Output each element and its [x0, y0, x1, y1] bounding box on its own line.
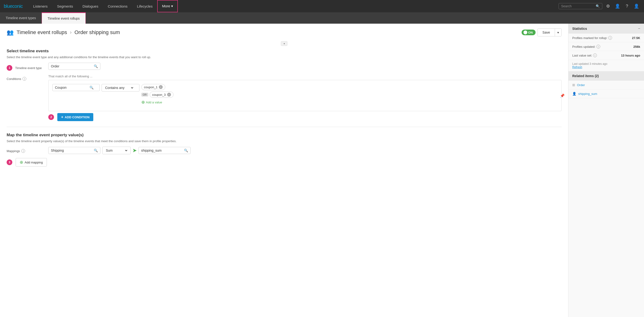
top-nav: blueconic Listeners Segments Dialogues C…	[0, 0, 644, 12]
nav-dialogues[interactable]: Dialogues	[78, 0, 103, 12]
profiles-updated-info-icon[interactable]: i	[596, 45, 600, 48]
statistics-title: Statistics	[572, 27, 587, 30]
condition-operator-dropdown[interactable]: Contains any Contains all Does not conta…	[104, 86, 134, 90]
user-icon[interactable]: 👤	[614, 2, 621, 10]
related-item-order[interactable]: ⊞ Order	[568, 81, 644, 89]
save-button[interactable]: Save	[538, 29, 555, 36]
breadcrumb[interactable]: Timeline event rollups	[16, 29, 67, 35]
condition-field-search-icon: 🔍	[90, 86, 94, 89]
add-value-button[interactable]: ⊕ Add a value	[141, 99, 162, 105]
profiles-rollup-label: Profiles marked for rollup: i	[572, 36, 612, 40]
add-condition-label: ADD CONDITION	[65, 115, 90, 119]
last-value-value: 13 hours ago	[621, 54, 640, 57]
condition-operator-select[interactable]: Contains any Contains all Does not conta…	[102, 84, 140, 91]
select-timeline-title: Select timeline events	[7, 49, 562, 53]
conditions-container: 🔍 Contains any Contains all Does not con…	[48, 80, 562, 111]
select-timeline-desc: Select the timeline event type and any a…	[7, 55, 562, 59]
add-condition-area: 2 + ADD CONDITION	[48, 113, 562, 121]
conditions-info-icon[interactable]: i	[22, 77, 26, 81]
shipping-field[interactable]	[51, 149, 92, 152]
nav-listeners[interactable]: Listeners	[28, 0, 52, 12]
page-icon: 👥	[7, 29, 14, 36]
related-order-link[interactable]: Order	[577, 83, 585, 87]
timeline-event-type-input[interactable]: 🔍	[48, 63, 100, 70]
pin-icon: 📌	[560, 93, 565, 98]
save-dropdown-button[interactable]: ▾	[555, 29, 561, 36]
refresh-button[interactable]: Refresh	[572, 65, 582, 69]
search-box[interactable]: 🔍	[558, 3, 602, 9]
step3-badge: 3	[7, 159, 12, 165]
add-mapping-area: 3 ⊕ Add mapping	[7, 158, 562, 167]
nav-lifecycles[interactable]: Lifecycles	[132, 0, 158, 12]
profiles-rollup-row: Profiles marked for rollup: i 27.5K	[568, 33, 644, 42]
select-timeline-section: Select timeline events Select the timeli…	[7, 49, 562, 71]
coupon3-remove-button[interactable]: ×	[167, 93, 171, 96]
related-shipping-link[interactable]: shipping_sum	[578, 92, 597, 96]
timeline-event-type-label: 1 Timeline event type	[7, 63, 44, 71]
search-icon: 🔍	[596, 4, 600, 8]
add-condition-button[interactable]: + ADD CONDITION	[57, 113, 93, 121]
type-search-icon: 🔍	[94, 64, 98, 68]
add-mapping-button[interactable]: ⊕ Add mapping	[16, 158, 47, 167]
mappings-label-text: Mappings	[7, 149, 20, 153]
profiles-updated-row: Profiles updated: i 256k	[568, 42, 644, 51]
sum-operator-select[interactable]: Sum Count Average Min Max	[102, 147, 131, 154]
collapse-button[interactable]: ▾	[281, 41, 288, 46]
condition-values-row1: coupon_1 ×	[141, 84, 558, 90]
conditions-label-text: Conditions	[7, 77, 21, 81]
shipping-sum-search-icon: 🔍	[184, 149, 188, 152]
settings-icon[interactable]: ⚙	[604, 2, 612, 10]
toggle-circle	[524, 30, 527, 34]
toggle-label: ON	[528, 31, 533, 34]
subnav-timeline-event-rollups[interactable]: Timeline event rollups	[42, 12, 86, 24]
related-shipping-icon: 👤	[572, 92, 576, 96]
or-badge: OR	[141, 93, 148, 96]
subnav-timeline-event-types[interactable]: Timeline event types	[0, 12, 42, 24]
profiles-updated-value: 256k	[633, 45, 640, 48]
last-value-info-icon[interactable]: i	[593, 53, 597, 57]
nav-links: Listeners Segments Dialogues Connections…	[28, 0, 558, 12]
last-updated-area: Last updated 3 minutes ago Refresh	[568, 60, 644, 71]
coupon1-remove-button[interactable]: ×	[159, 85, 163, 89]
profiles-updated-label-text: Profiles updated:	[572, 45, 596, 48]
condition-values: coupon_1 × OR coupon_3 ×	[141, 84, 558, 105]
logo-blue: blue	[4, 3, 12, 9]
type-label-text: Timeline event type	[15, 66, 42, 70]
header-right: ON Save ▾	[522, 28, 562, 36]
condition-field-input[interactable]: 🔍	[52, 84, 100, 91]
nav-more[interactable]: More ▾	[157, 0, 178, 12]
condition-field[interactable]	[55, 86, 88, 89]
logo-conic: conic	[12, 3, 23, 9]
account-icon[interactable]: 👤	[633, 2, 640, 10]
add-condition-plus-icon: +	[61, 115, 63, 119]
step1-badge: 1	[7, 65, 12, 71]
add-value-icon: ⊕	[141, 100, 145, 104]
last-updated-text: Last updated 3 minutes ago	[572, 62, 607, 65]
help-icon[interactable]: ?	[623, 2, 631, 10]
shipping-search-icon: 🔍	[94, 149, 98, 152]
statistics-minimize-button[interactable]: −	[638, 26, 640, 31]
map-section-title: Map the timeline event property value(s)	[7, 133, 562, 137]
content-area: 👥 Timeline event rollups › Order shippin…	[0, 24, 568, 317]
condition-row: 🔍 Contains any Contains all Does not con…	[52, 84, 558, 105]
section-divider	[7, 127, 562, 127]
related-item-shipping-sum[interactable]: 👤 shipping_sum	[568, 89, 644, 98]
step2-badge: 2	[48, 114, 54, 120]
related-order-icon: ⊞	[572, 83, 575, 87]
shipping-sum-input[interactable]: 🔍	[138, 147, 190, 154]
timeline-event-type-row: 1 Timeline event type 🔍	[7, 63, 562, 71]
logo: blueconic	[4, 3, 23, 9]
profiles-rollup-info-icon[interactable]: i	[608, 36, 612, 40]
sum-dropdown[interactable]: Sum Count Average Min Max	[105, 148, 128, 153]
sub-nav: Timeline event types Timeline event roll…	[0, 12, 644, 24]
timeline-event-type-field[interactable]	[51, 64, 92, 68]
mappings-form-row: Mappings i 🔍 Sum Count Average Min	[7, 147, 562, 154]
toggle-on[interactable]: ON	[522, 29, 536, 35]
shipping-input[interactable]: 🔍	[48, 147, 100, 154]
mappings-info-icon[interactable]: i	[21, 149, 25, 153]
nav-segments[interactable]: Segments	[52, 0, 78, 12]
nav-connections[interactable]: Connections	[103, 0, 132, 12]
last-value-row: Last value set: i 13 hours ago	[568, 51, 644, 60]
search-input[interactable]	[561, 4, 594, 8]
shipping-sum-field[interactable]	[141, 149, 182, 152]
